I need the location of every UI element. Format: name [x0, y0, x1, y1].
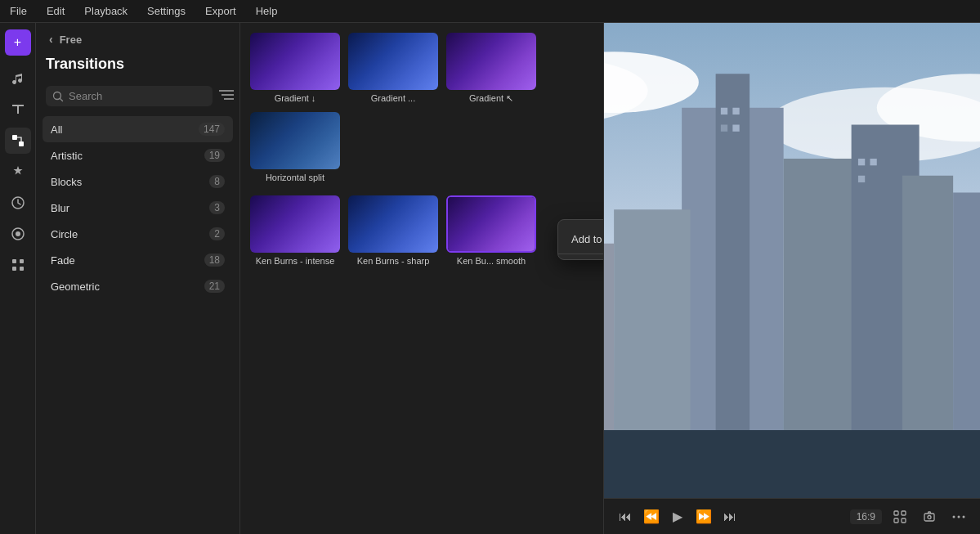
category-circle[interactable]: Circle 2	[43, 221, 233, 247]
svg-rect-1	[19, 141, 24, 146]
svg-rect-35	[604, 430, 980, 498]
transition-ken-burns-intense[interactable]: Ken Burns - intense	[250, 195, 340, 266]
preview-video-frame	[604, 23, 980, 498]
svg-rect-33	[870, 159, 876, 165]
transition-ken-burns-smooth[interactable]: Ken Bu... smooth	[446, 195, 536, 266]
screenshot-button[interactable]	[918, 505, 941, 528]
transitions-grid-row-2: Ken Burns - intense Ken Burns - sharp Ke…	[250, 195, 593, 266]
more-options-button[interactable]	[947, 505, 970, 528]
category-all-count: 147	[199, 123, 225, 136]
step-back-button[interactable]: ⏪	[640, 505, 663, 528]
skip-end-button[interactable]: ⏭	[718, 505, 741, 528]
category-all[interactable]: All 147	[43, 116, 233, 142]
svg-rect-30	[721, 125, 727, 132]
category-fade[interactable]: Fade 18	[43, 247, 233, 273]
transitions-grid-area: Gradient ↓ Gradient ... Gradient ↖ Horiz…	[240, 23, 604, 534]
svg-rect-7	[12, 267, 16, 271]
svg-point-41	[928, 515, 931, 518]
menu-export[interactable]: Export	[202, 3, 239, 19]
sidebar-text[interactable]	[5, 96, 31, 123]
category-blur[interactable]: Blur 3	[43, 195, 233, 221]
menubar: File Edit Playback Settings Export Help	[0, 0, 980, 23]
add-button[interactable]: +	[5, 29, 31, 56]
left-sidebar: +	[0, 23, 36, 534]
svg-point-4	[16, 231, 20, 236]
skip-start-button[interactable]: ⏮	[614, 505, 637, 528]
sidebar-effects[interactable]	[5, 159, 31, 185]
step-forward-button[interactable]: ⏩	[692, 505, 715, 528]
panel-title: Transitions	[36, 56, 239, 79]
play-pause-button[interactable]: ▶	[666, 505, 689, 528]
menu-file[interactable]: File	[7, 3, 30, 19]
category-list: All 147 Artistic 19 Blocks 8 Blur 3 Circ…	[36, 113, 239, 534]
search-input-wrap[interactable]	[46, 86, 213, 106]
svg-rect-37	[902, 511, 906, 515]
sidebar-clock[interactable]	[5, 190, 31, 216]
panel-header: ‹ Free	[36, 23, 239, 56]
svg-rect-20	[716, 74, 750, 481]
sidebar-music[interactable]	[5, 65, 31, 92]
transition-ken-burns-sharp[interactable]: Ken Burns - sharp	[348, 195, 438, 266]
playback-controls: ⏮ ⏪ ▶ ⏩ ⏭ 16:9	[604, 498, 980, 534]
transition-gradient-down[interactable]: Gradient ↓	[250, 33, 340, 104]
playback-right: 16:9	[850, 505, 970, 528]
transition-horizontal-split[interactable]: Horizontal split	[250, 112, 340, 182]
svg-rect-34	[858, 176, 865, 182]
svg-rect-36	[894, 511, 898, 515]
transition-gradient-mid[interactable]: Gradient ...	[348, 33, 438, 104]
add-to-timeline-label: Add to the Timeline	[571, 233, 604, 245]
svg-rect-6	[20, 259, 24, 263]
category-blur-count: 3	[209, 201, 225, 214]
svg-rect-28	[721, 108, 727, 114]
svg-rect-32	[858, 159, 865, 165]
category-circle-count: 2	[209, 227, 225, 240]
svg-rect-40	[924, 514, 934, 521]
svg-rect-0	[12, 135, 17, 140]
preview-area: ⏮ ⏪ ▶ ⏩ ⏭ 16:9	[604, 23, 980, 534]
transition-gradient-down-label: Gradient ↓	[250, 93, 340, 103]
svg-point-43	[958, 515, 960, 518]
transition-ken-burns-intense-label: Ken Burns - intense	[250, 256, 340, 266]
category-blur-name: Blur	[51, 202, 69, 214]
transition-gradient-up[interactable]: Gradient ↖	[446, 33, 536, 104]
transition-ken-burns-sharp-label: Ken Burns - sharp	[348, 256, 438, 266]
category-fade-count: 18	[204, 254, 225, 267]
add-timeline-popup: Add to the Timeline ›	[557, 219, 604, 260]
svg-point-42	[953, 515, 955, 518]
menu-playback[interactable]: Playback	[81, 3, 131, 19]
category-geometric-name: Geometric	[51, 280, 100, 293]
back-arrow-icon[interactable]: ‹	[49, 33, 53, 46]
transition-horizontal-split-label: Horizontal split	[250, 173, 340, 182]
category-geometric[interactable]: Geometric 21	[43, 273, 233, 299]
fit-screen-button[interactable]	[888, 505, 911, 528]
category-all-name: All	[51, 123, 62, 136]
panel-breadcrumb: Free	[60, 34, 82, 46]
menu-help[interactable]: Help	[253, 3, 281, 19]
category-blocks[interactable]: Blocks 8	[43, 168, 233, 195]
svg-rect-39	[902, 518, 906, 523]
search-icon	[52, 91, 64, 102]
category-artistic-name: Artistic	[51, 150, 83, 162]
add-to-timeline-button[interactable]: Add to the Timeline ›	[558, 225, 604, 254]
aspect-ratio-selector[interactable]: 16:9	[850, 509, 882, 524]
category-artistic[interactable]: Artistic 19	[43, 142, 233, 168]
menu-edit[interactable]: Edit	[43, 3, 68, 19]
video-preview	[604, 23, 980, 498]
sidebar-transitions[interactable]	[5, 128, 31, 154]
search-input[interactable]	[69, 90, 206, 102]
category-blocks-name: Blocks	[51, 176, 82, 188]
main-layout: + ‹ Free Transitions	[0, 23, 980, 534]
sidebar-mask[interactable]	[5, 221, 31, 247]
svg-rect-31	[732, 125, 739, 132]
sort-button[interactable]	[219, 89, 234, 104]
menu-settings[interactable]: Settings	[144, 3, 189, 19]
sidebar-grid[interactable]	[5, 252, 31, 278]
svg-rect-29	[732, 108, 739, 114]
transitions-grid-row-1: Gradient ↓ Gradient ... Gradient ↖ Horiz…	[250, 33, 593, 182]
category-artistic-count: 19	[204, 149, 225, 162]
search-bar	[36, 79, 239, 113]
svg-rect-5	[12, 259, 16, 263]
svg-point-44	[963, 515, 965, 518]
transition-gradient-mid-label: Gradient ...	[348, 93, 438, 103]
category-circle-name: Circle	[51, 228, 78, 240]
